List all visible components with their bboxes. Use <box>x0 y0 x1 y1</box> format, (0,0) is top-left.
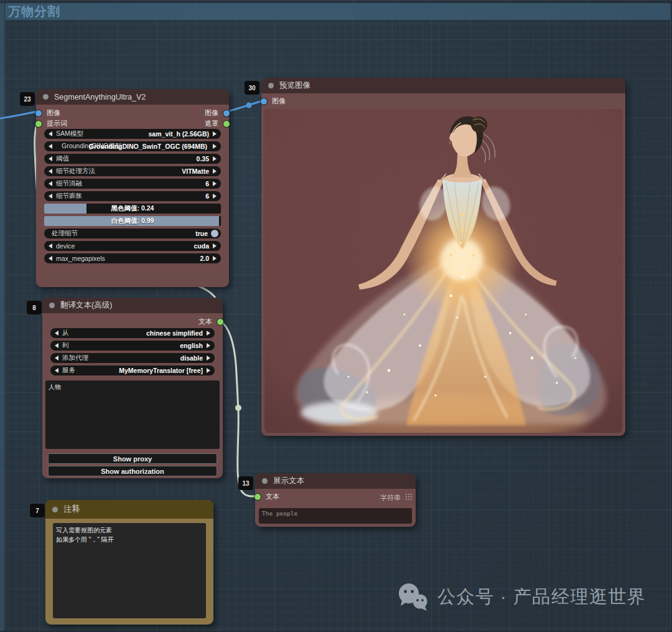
widget-value: cuda <box>194 242 209 250</box>
port-blue-icon[interactable] <box>35 110 42 116</box>
prev-arrow-icon[interactable] <box>49 169 52 174</box>
widget-label: 阈值 <box>56 154 69 163</box>
widget-add-proxy[interactable]: 添加代理 disable <box>50 353 215 363</box>
widget-detail-dilate[interactable]: 细节膨胀 6 <box>44 191 221 201</box>
prompt-textarea[interactable]: 人物 <box>45 380 220 449</box>
widget-value: MyMemoryTranslator [free] <box>119 367 203 374</box>
prev-arrow-icon[interactable] <box>55 331 58 336</box>
node-id-badge: 7 <box>30 504 45 517</box>
next-arrow-icon[interactable] <box>213 256 217 261</box>
prev-arrow-icon[interactable] <box>49 256 52 261</box>
port-green-icon[interactable] <box>254 494 261 500</box>
node-header[interactable]: 预览图像 <box>261 78 625 93</box>
output-slot-mask[interactable]: 遮罩 <box>205 119 230 128</box>
input-slot-image[interactable]: 图像 <box>35 108 60 118</box>
collapse-dot-icon[interactable] <box>43 94 49 100</box>
widget-max-megapixels[interactable]: max_megapixels 2.0 <box>44 253 221 263</box>
next-arrow-icon[interactable] <box>213 169 217 174</box>
input-slot-prompt[interactable]: 提示词 <box>35 119 67 128</box>
preview-image[interactable] <box>264 109 622 433</box>
toggle-process-detail[interactable]: 处理细节 true <box>44 229 221 238</box>
port-green-icon[interactable] <box>217 319 223 325</box>
show-authorization-button[interactable]: Show authorization <box>48 466 217 476</box>
widget-label: 细节膨胀 <box>56 192 82 200</box>
widget-grounding-dino-model[interactable]: GroundingDINO模型 GroundingDINO_SwinT_OGC … <box>44 141 221 151</box>
graph-canvas[interactable]: 万物分割 23 SegmentAnythingUltra_V2 图像 提示词 图… <box>0 0 672 632</box>
widget-detail-erode[interactable]: 细节消融 6 <box>44 179 221 189</box>
next-arrow-icon[interactable] <box>213 144 217 149</box>
toggle-knob-icon[interactable] <box>211 230 218 237</box>
next-arrow-icon[interactable] <box>207 356 210 361</box>
port-blue-icon[interactable] <box>261 98 267 105</box>
prev-arrow-icon[interactable] <box>49 243 52 248</box>
node-header[interactable]: SegmentAnythingUltra_V2 <box>36 89 229 105</box>
widget-sam-model[interactable]: SAM模型 sam_vit_h (2.56GB) <box>44 129 221 139</box>
slider-black-threshold[interactable]: 黑色阈值: 0.24 <box>44 204 221 214</box>
port-green-icon[interactable] <box>35 121 42 127</box>
output-slot-image[interactable]: 图像 <box>205 108 230 118</box>
note-textarea[interactable]: 写入需要抠图的元素 如果多个用 "，" 隔开 <box>53 523 206 618</box>
next-arrow-icon[interactable] <box>213 131 217 136</box>
prev-arrow-icon[interactable] <box>49 194 52 199</box>
node-display-text[interactable]: 13 展示文本 文本 字符串 The people <box>255 473 416 527</box>
node-translate-text[interactable]: 8 翻译文本(高级) 文本 从 chinese simplified 到 eng… <box>42 298 223 478</box>
widget-label: 细节消融 <box>56 179 82 188</box>
next-arrow-icon[interactable] <box>213 156 217 161</box>
group-titlebar[interactable]: 万物分割 <box>5 3 671 20</box>
port-blue-icon[interactable] <box>223 110 230 116</box>
widget-value: VITMatte <box>182 167 209 175</box>
prev-arrow-icon[interactable] <box>55 343 58 348</box>
collapse-dot-icon[interactable] <box>262 478 268 484</box>
prev-arrow-icon[interactable] <box>55 356 58 361</box>
node-note[interactable]: 7 注释 写入需要抠图的元素 如果多个用 "，" 隔开 <box>45 500 213 625</box>
node-id-badge: 8 <box>27 301 42 314</box>
prev-arrow-icon[interactable] <box>49 131 52 136</box>
node-id-badge: 23 <box>20 92 35 106</box>
widget-device[interactable]: device cuda <box>44 241 221 251</box>
widget-label: 服务 <box>62 366 75 375</box>
node-title: 翻译文本(高级) <box>60 300 112 311</box>
port-green-icon[interactable] <box>223 121 230 127</box>
input-slot-image[interactable]: 图像 <box>261 97 286 106</box>
next-arrow-icon[interactable] <box>213 181 217 186</box>
node-preview-image[interactable]: 30 预览图像 图像 <box>261 78 625 436</box>
widget-label: SAM模型 <box>56 130 83 138</box>
node-title: SegmentAnythingUltra_V2 <box>54 93 146 101</box>
widget-from-lang[interactable]: 从 chinese simplified <box>50 328 215 338</box>
next-arrow-icon[interactable] <box>213 194 217 199</box>
slot-label: 遮罩 <box>205 119 218 128</box>
widget-service[interactable]: 服务 MyMemoryTranslator [free] <box>50 366 215 375</box>
resize-grid-icon[interactable] <box>406 494 407 495</box>
node-title: 展示文本 <box>273 476 304 486</box>
type-label: 字符串 <box>380 493 401 502</box>
input-slot-text[interactable]: 文本 <box>254 492 279 501</box>
widget-to-lang[interactable]: 到 english <box>50 341 215 351</box>
collapse-dot-icon[interactable] <box>268 83 274 88</box>
next-arrow-icon[interactable] <box>207 331 210 336</box>
collapse-dot-icon[interactable] <box>49 303 55 308</box>
slot-label: 图像 <box>47 108 60 118</box>
prev-arrow-icon[interactable] <box>49 181 52 186</box>
widget-label: 添加代理 <box>62 354 88 362</box>
widget-threshold[interactable]: 阈值 0.35 <box>44 154 221 164</box>
node-header[interactable]: 注释 <box>45 500 213 519</box>
display-textarea[interactable]: The people <box>259 508 412 524</box>
prev-arrow-icon[interactable] <box>49 156 52 161</box>
next-arrow-icon[interactable] <box>207 368 210 373</box>
widget-value: GroundingDINO_SwinT_OGC (694MB) <box>89 143 207 150</box>
next-arrow-icon[interactable] <box>213 243 217 248</box>
output-slot-text[interactable]: 文本 <box>198 317 223 326</box>
node-id-badge: 30 <box>245 81 259 95</box>
node-header[interactable]: 翻译文本(高级) <box>42 298 223 313</box>
watermark: 公众号 · 产品经理逛世界 <box>397 583 646 611</box>
next-arrow-icon[interactable] <box>207 343 210 348</box>
collapse-dot-icon[interactable] <box>52 507 58 512</box>
widget-value: 2.0 <box>200 255 209 262</box>
show-proxy-button[interactable]: Show proxy <box>48 453 217 464</box>
node-header[interactable]: 展示文本 <box>255 473 416 489</box>
prev-arrow-icon[interactable] <box>49 144 52 149</box>
widget-detail-method[interactable]: 细节处理方法 VITMatte <box>44 166 221 176</box>
prev-arrow-icon[interactable] <box>55 368 58 373</box>
node-segment-anything[interactable]: 23 SegmentAnythingUltra_V2 图像 提示词 图像 遮罩 … <box>36 89 229 287</box>
slider-white-threshold[interactable]: 白色阈值: 0.99 <box>44 216 221 226</box>
